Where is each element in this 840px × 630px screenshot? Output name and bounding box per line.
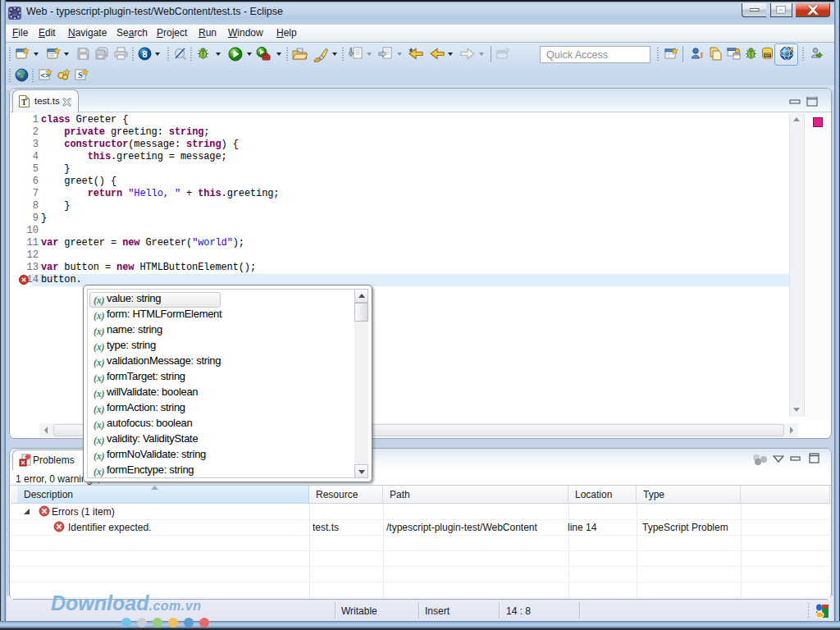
svg-text:8: 8 [142,49,147,59]
svg-text:J: J [699,50,704,60]
svg-text:GIT: GIT [765,53,771,57]
svg-text:T: T [21,98,27,107]
